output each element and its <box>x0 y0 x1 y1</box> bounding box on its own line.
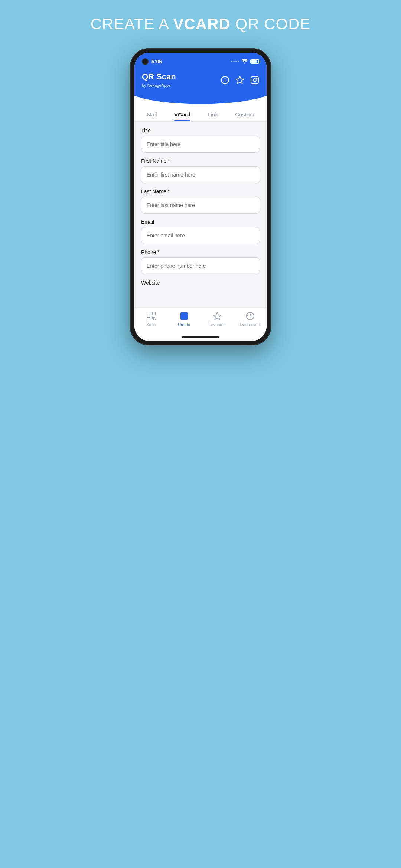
svg-point-5 <box>253 79 256 82</box>
signal-icon <box>231 61 239 62</box>
svg-marker-3 <box>236 76 244 83</box>
app-name: QR Scan <box>142 72 176 82</box>
first-name-field-group: First Name * <box>141 158 260 183</box>
battery-icon <box>250 59 259 64</box>
star-button[interactable] <box>235 76 244 85</box>
svg-rect-4 <box>251 76 258 84</box>
phone-field-group: Phone * <box>141 249 260 274</box>
status-bar: 5:06 <box>134 53 267 69</box>
nav-create[interactable]: Create <box>167 311 200 327</box>
info-button[interactable] <box>221 76 229 85</box>
instagram-button[interactable] <box>250 76 259 85</box>
website-label: Website <box>141 280 260 286</box>
last-name-label: Last Name * <box>141 188 260 194</box>
title-field-group: Title <box>141 128 260 153</box>
phone-label: Phone * <box>141 249 260 255</box>
tab-vcard[interactable]: VCard <box>174 111 190 121</box>
status-time: 5:06 <box>151 59 162 65</box>
email-input[interactable] <box>141 227 260 244</box>
svg-rect-9 <box>147 317 150 320</box>
wifi-icon <box>241 59 248 65</box>
form-area: Title First Name * Last Name * Email Pho… <box>134 122 267 307</box>
page-title: CREATE A VCARD QR CODE <box>91 15 311 33</box>
tab-link[interactable]: Link <box>208 111 218 121</box>
website-field-group: Website <box>141 280 260 286</box>
bottom-nav: Scan Create Favorites <box>134 307 267 333</box>
tab-custom[interactable]: Custom <box>235 111 254 121</box>
header-icons <box>221 76 259 85</box>
status-left: 5:06 <box>142 58 162 65</box>
svg-rect-8 <box>152 312 155 315</box>
wave-divider <box>134 96 267 107</box>
app-header: QR Scan by NexageApps <box>134 69 267 96</box>
app-logo: QR Scan by NexageApps <box>142 72 176 88</box>
svg-marker-17 <box>213 312 221 319</box>
phone-input[interactable] <box>141 257 260 274</box>
phone-screen: 5:06 <box>134 53 267 341</box>
first-name-input[interactable] <box>141 166 260 183</box>
tabs-container: Mail VCard Link Custom <box>134 107 267 122</box>
nav-favorites[interactable]: Favorites <box>200 311 234 327</box>
svg-rect-7 <box>147 312 150 315</box>
email-field-group: Email <box>141 219 260 244</box>
svg-point-6 <box>257 78 257 79</box>
title-label: Title <box>141 128 260 134</box>
email-label: Email <box>141 219 260 225</box>
nav-dashboard[interactable]: Dashboard <box>234 311 267 327</box>
title-input[interactable] <box>141 136 260 153</box>
nav-scan-label: Scan <box>146 322 156 327</box>
status-right <box>231 59 259 65</box>
nav-create-label: Create <box>178 322 190 327</box>
nav-favorites-label: Favorites <box>209 322 225 327</box>
camera-hole <box>142 58 149 65</box>
last-name-field-group: Last Name * <box>141 188 260 214</box>
first-name-label: First Name * <box>141 158 260 164</box>
nav-scan[interactable]: Scan <box>134 311 167 327</box>
app-subtitle: by NexageApps <box>142 83 171 88</box>
tab-mail[interactable]: Mail <box>147 111 157 121</box>
phone-shell: 5:06 <box>130 48 271 345</box>
nav-dashboard-label: Dashboard <box>240 322 260 327</box>
last-name-input[interactable] <box>141 197 260 214</box>
home-indicator <box>182 336 219 338</box>
